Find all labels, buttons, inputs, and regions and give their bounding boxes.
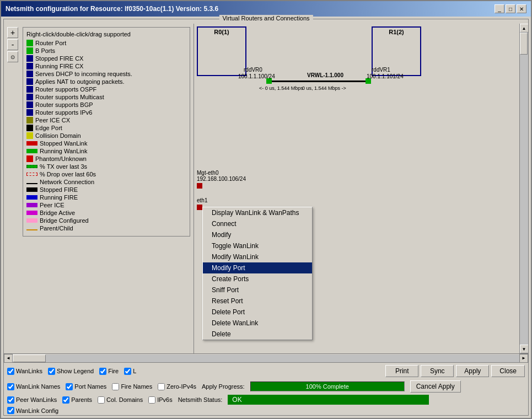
- checkbox-wanlink-names-input[interactable]: [7, 383, 14, 390]
- checkbox-parents[interactable]: Parents: [62, 396, 92, 404]
- checkbox-wanlink-config-input[interactable]: [7, 407, 14, 414]
- checkbox-wanlinks-input[interactable]: [7, 368, 14, 375]
- legend-label: Edge Port: [35, 125, 62, 131]
- checkbox-col-domains-input[interactable]: [98, 396, 105, 404]
- checkbox-wanlink-config[interactable]: WanLink Config: [7, 407, 58, 414]
- legend-title: Right-click/double-click/drag supported: [26, 31, 186, 37]
- checkbox-wanlink-names-label: WanLink Names: [16, 383, 60, 390]
- cancel-apply-button[interactable]: Cancel Apply: [410, 380, 461, 393]
- menu-item-delete-wanlink[interactable]: Delete WanLink: [203, 318, 312, 329]
- menu-item-delete-port[interactable]: Delete Port: [203, 307, 312, 318]
- context-menu: Display WanLink & WanPaths Connect Modif…: [202, 207, 313, 340]
- left-speed-label: <- 0 us, 1.544 Mbps: [259, 85, 303, 91]
- title-bar: Netsmith configuration for Resource: lf0…: [1, 1, 531, 17]
- scroll-right-arrow[interactable]: ►: [519, 354, 528, 363]
- checkbox-show-legend-input[interactable]: [48, 368, 55, 375]
- scroll-left-arrow[interactable]: ◄: [4, 354, 13, 363]
- wanlink-line: [272, 80, 366, 82]
- checkbox-fire[interactable]: Fire: [99, 368, 119, 375]
- checkbox-fire-input[interactable]: [99, 368, 106, 375]
- window-title: Netsmith configuration for Resource: lf0…: [6, 5, 218, 13]
- network-connection-icon: [26, 183, 37, 184]
- checkbox-zero-ipv4s-label: Zero-IPv4s: [166, 383, 196, 390]
- checkbox-show-legend[interactable]: Show Legend: [48, 368, 94, 375]
- list-item: Peer ICE CX: [26, 117, 186, 123]
- eth1-label: eth1: [197, 197, 207, 203]
- maximize-button[interactable]: □: [506, 4, 515, 13]
- scroll-up-arrow[interactable]: ▲: [520, 24, 529, 33]
- scroll-thumb-v[interactable]: [520, 33, 528, 55]
- checkbox-peer-wanlinks[interactable]: Peer WanLinks: [7, 396, 57, 404]
- print-button[interactable]: Print: [385, 365, 418, 377]
- checkbox-fire-names-input[interactable]: [112, 383, 119, 390]
- scroll-thumb-h[interactable]: [13, 354, 46, 362]
- close-button-bottom[interactable]: Close: [491, 365, 525, 377]
- checkbox-wanlinks[interactable]: WanLinks: [7, 368, 42, 375]
- minimize-button[interactable]: _: [495, 4, 504, 13]
- menu-item-create-ports[interactable]: Create Ports: [203, 273, 312, 284]
- scroll-down-arrow[interactable]: ▼: [520, 345, 529, 353]
- list-item: Running WanLink: [26, 148, 186, 154]
- menu-item-connect[interactable]: Connect: [203, 218, 312, 229]
- zoom-out-button[interactable]: -: [7, 39, 18, 50]
- scroll-track-h[interactable]: [13, 354, 519, 362]
- menu-item-toggle-wanlink[interactable]: Toggle WanLink: [203, 240, 312, 251]
- checkbox-port-names[interactable]: Port Names: [66, 383, 106, 390]
- zoom-in-button[interactable]: +: [7, 27, 18, 38]
- checkbox-zero-ipv4s-input[interactable]: [158, 383, 165, 390]
- stopped-fire-cx-icon: [26, 55, 33, 62]
- list-item: Phantom/Unknown: [26, 155, 186, 162]
- menu-item-reset-port[interactable]: Reset Port: [203, 296, 312, 307]
- checkbox-col-domains[interactable]: Col. Domains: [98, 396, 143, 404]
- checkbox-peer-wanlinks-input[interactable]: [7, 396, 14, 404]
- zoom-reset-button[interactable]: ⊙: [7, 51, 18, 62]
- menu-item-modify-wanlink[interactable]: Modify WanLink: [203, 251, 312, 262]
- applies-nat-icon: [26, 78, 33, 85]
- peer-ice-icon: [26, 203, 37, 207]
- menu-item-display-wanlink[interactable]: Display WanLink & WanPaths: [203, 207, 312, 218]
- apply-button[interactable]: Apply: [456, 365, 489, 377]
- checkbox-fire-names[interactable]: Fire Names: [112, 383, 152, 390]
- router-r1-label: R1(2): [373, 28, 420, 36]
- list-item: Running FIRE: [26, 194, 186, 201]
- checkbox-port-names-input[interactable]: [66, 383, 73, 390]
- port-dot-r0: [266, 78, 272, 84]
- legend-label: Router Port: [35, 40, 66, 46]
- checkbox-parents-label: Parents: [71, 396, 92, 403]
- scroll-track-v[interactable]: [520, 33, 528, 345]
- serves-dhcp-icon: [26, 71, 33, 77]
- legend-label: Stopped WanLink: [40, 140, 87, 147]
- ipv6-icon: [26, 109, 33, 116]
- menu-item-modify-port[interactable]: Modify Port: [203, 262, 312, 273]
- list-item: Collision Domain: [26, 132, 186, 139]
- checkbox-zero-ipv4s[interactable]: Zero-IPv4s: [158, 383, 196, 390]
- horizontal-scrollbar[interactable]: ◄ ►: [4, 353, 528, 362]
- sync-button[interactable]: Sync: [421, 365, 454, 377]
- running-wanlink-icon: [26, 149, 37, 153]
- menu-item-modify[interactable]: Modify: [203, 229, 312, 240]
- checkbox-parents-input[interactable]: [62, 396, 69, 404]
- checkbox-ipv6s-input[interactable]: [148, 396, 155, 404]
- legend-label: Network Connection: [40, 179, 94, 185]
- checkbox-ipv6s[interactable]: IPv6s: [148, 396, 173, 404]
- mgt-eth0-node[interactable]: Mgt-eth0 192.168.100.106/24: [197, 170, 246, 189]
- zoom-controls: + - ⊙: [7, 27, 18, 62]
- menu-item-sniff-port[interactable]: Sniff Port: [203, 284, 312, 296]
- legend-label: Router supports Multicast: [35, 94, 104, 100]
- bridge-active-icon: [26, 211, 37, 215]
- legend-label: Stopped FIRE: [40, 186, 78, 193]
- list-item: Stopped FIRE CX: [26, 55, 186, 62]
- checkbox-l-input[interactable]: [124, 368, 131, 375]
- rddvr0-label: rddVR0: [244, 67, 262, 73]
- checkbox-wanlink-names[interactable]: WanLink Names: [7, 383, 60, 390]
- close-button[interactable]: ✕: [517, 4, 526, 13]
- router-r0[interactable]: R0(1): [197, 26, 246, 76]
- canvas-area[interactable]: R0(1) rddVR0 100.1.1.100/24 VRWL-1.1.000…: [194, 24, 519, 353]
- vertical-scrollbar[interactable]: ▲ ▼: [519, 24, 528, 353]
- menu-item-delete[interactable]: Delete: [203, 329, 312, 340]
- mgt-eth0-ip: 192.168.100.106/24: [197, 176, 246, 182]
- rddvr1-ip: 100.1.1.101/24: [367, 73, 404, 79]
- list-item: B Ports: [26, 47, 186, 54]
- progress-bar: 100% Complete: [250, 382, 405, 391]
- checkbox-l[interactable]: L: [124, 368, 136, 375]
